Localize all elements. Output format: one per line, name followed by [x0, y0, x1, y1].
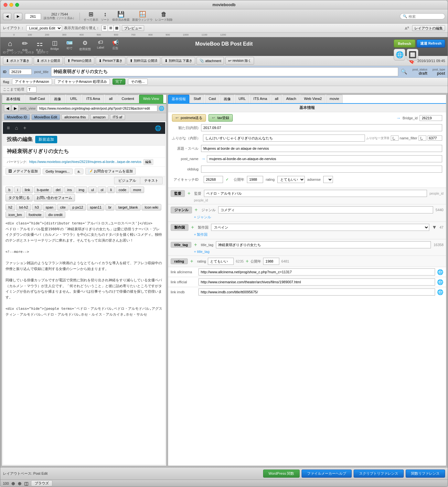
movieboo-edit-button[interactable]: MovieBoo Edit	[31, 114, 60, 120]
globe-button-2[interactable]: 🔲	[407, 49, 418, 60]
special-draft-button[interactable]: ⬇ 別枠日誌 下書き	[162, 57, 195, 65]
btn-br[interactable]: br	[105, 204, 114, 211]
tab-web-view[interactable]: Web View	[139, 95, 163, 103]
btn-b[interactable]: b	[5, 187, 13, 193]
permalink-edit-button[interactable]: 編集	[144, 159, 153, 165]
genre-add-link[interactable]: + ジャンル	[194, 215, 211, 219]
edit-layout-button[interactable]: レイアウトの編集	[412, 25, 445, 31]
btn-del[interactable]: del	[53, 187, 63, 193]
btn-close-tag[interactable]: タグを閉じる	[5, 194, 33, 201]
btn-contact[interactable]: お問い合わせフォーム	[34, 194, 75, 201]
rating-value-input[interactable]	[208, 258, 234, 265]
contact-form-button[interactable]: 📝 お問合せフォームを追加	[85, 168, 136, 175]
func-ref-button[interactable]: 関数リファレンス	[406, 470, 445, 478]
director-plus-icon[interactable]: +	[187, 190, 190, 196]
getty-button[interactable]: Getty Images...	[43, 168, 73, 174]
right-tab-basic[interactable]: 基本情報	[168, 95, 189, 103]
post-public-button[interactable]: ⬇ ポスト公開済	[34, 57, 63, 65]
right-tab-webview2[interactable]: Web View2	[300, 95, 325, 103]
furigana-input[interactable]	[203, 135, 365, 142]
btn-span[interactable]: span	[43, 204, 56, 211]
flag-amazon-done-tab[interactable]: アイキャッチAmazon 処理済み	[55, 79, 110, 85]
flag-completed-tab[interactable]: 完了	[112, 79, 125, 85]
bridge-id-input[interactable]	[420, 115, 442, 121]
oldslug-input[interactable]	[201, 166, 442, 173]
btn-bquote[interactable]: b-quote	[34, 187, 52, 193]
btn-ppx12[interactable]: p px12	[69, 204, 86, 211]
search-input[interactable]	[409, 15, 442, 18]
search-box[interactable]: 🔍	[400, 13, 445, 19]
script-ref-button[interactable]: スクリプトリファレンス	[354, 470, 404, 478]
link-imdb-input[interactable]	[198, 288, 435, 296]
preview-view-btn[interactable]: ▦	[114, 25, 120, 31]
tool-label[interactable]: 🏷 Label	[93, 38, 108, 50]
revision-button[interactable]: ↩ revision 除く	[225, 57, 254, 65]
refresh-button[interactable]: Refresh	[394, 39, 415, 48]
post-title-input[interactable]: 神経衰弱ぎりぎりの女たち	[51, 67, 398, 76]
web-back-button[interactable]: ◀	[4, 105, 11, 112]
wp-func-button[interactable]: WordPress 関数	[263, 470, 300, 478]
rating-select[interactable]: とてもいい	[277, 176, 305, 183]
btn-div-credit[interactable]: div credit	[45, 211, 65, 218]
country-select[interactable]: スペイン	[211, 224, 429, 231]
btn-i[interactable]: i	[14, 187, 21, 193]
allcinema-button[interactable]: allcinema this	[61, 114, 89, 120]
wp-new-post-button[interactable]: 新規追加	[35, 136, 57, 143]
tab-basic-info[interactable]: 基本情報	[2, 95, 25, 103]
year-input[interactable]	[247, 176, 263, 183]
adsense-select[interactable]	[323, 176, 333, 183]
wp-plus-icon[interactable]: +	[23, 125, 26, 131]
title-tag-plus-icon[interactable]: +	[194, 242, 197, 248]
visual-tab[interactable]: ビジュアル	[114, 177, 140, 184]
year-section-input[interactable]	[263, 258, 279, 265]
here-input[interactable]	[27, 87, 37, 92]
post-name-input[interactable]	[207, 155, 442, 162]
btn-icon-bm[interactable]: icon_bm	[5, 211, 25, 218]
id-input[interactable]: 26219	[9, 69, 32, 75]
layout-icon[interactable]: ◫	[24, 481, 28, 486]
btn-target-blank[interactable]: target_blank	[115, 204, 141, 211]
table-view-btn[interactable]: ⊞	[108, 25, 114, 31]
right-tab-image[interactable]: 画像	[220, 95, 234, 103]
btn-span11[interactable]: span11	[87, 204, 104, 211]
right-tab-all[interactable]: all	[271, 95, 282, 103]
a-button[interactable]: a.	[75, 168, 83, 174]
its-af-button[interactable]: ITS af	[110, 114, 125, 120]
amazon-button[interactable]: amazon	[90, 114, 109, 120]
minimize-button[interactable]	[9, 3, 13, 7]
mode-id[interactable]: IDで	[3, 50, 9, 55]
btn-h2[interactable]: h2	[5, 204, 15, 211]
quick-refresh-button[interactable]: 速達 Refresh	[417, 39, 445, 48]
delete-record-button[interactable]: 🗑 レコード削除	[155, 11, 173, 22]
right-tab-cast[interactable]: Cast	[205, 95, 219, 103]
right-tab-staff[interactable]: Staff	[190, 95, 204, 103]
tool-usage[interactable]: ⚙ 使用状態	[77, 38, 93, 52]
btn-ins[interactable]: ins	[64, 187, 75, 193]
name-filter-id-input[interactable]	[428, 135, 442, 141]
special-public-button[interactable]: ⬆ 別枠日誌 公開済	[127, 57, 160, 65]
record-number-input[interactable]: 261	[25, 13, 41, 20]
btn-footnote[interactable]: footnote	[26, 211, 45, 218]
btn-ul[interactable]: ul	[88, 187, 97, 193]
flag-other-tab[interactable]: その他...	[128, 79, 147, 85]
preview-button[interactable]: プレビュー	[122, 25, 144, 31]
tab-image[interactable]: 画像	[50, 95, 65, 103]
tab-all[interactable]: all	[105, 95, 117, 103]
flag-amazon-tab[interactable]: アイキャッチAmazon	[12, 79, 52, 85]
btn-h3[interactable]: h3	[32, 204, 42, 211]
genre-input[interactable]	[218, 206, 433, 213]
person-draft-button[interactable]: ⬇ Person下書き	[96, 57, 126, 65]
tab-staff-cast[interactable]: Staff Cast	[25, 95, 49, 103]
country-plus-icon[interactable]: +	[191, 224, 194, 230]
btn-cite[interactable]: cite	[57, 204, 69, 211]
btn-txth2[interactable]: txt-h2	[16, 204, 31, 211]
mode-selected[interactable]: 選択中で	[37, 50, 48, 55]
post-draft-button[interactable]: ⬇ ポスト下書き	[3, 57, 32, 65]
right-tab-its-ama[interactable]: ITS Ama	[250, 95, 271, 103]
furigana-sub-input[interactable]	[391, 135, 399, 141]
browse-button[interactable]: ブラウズ	[31, 480, 52, 486]
eyecatch-id-input[interactable]	[204, 176, 223, 183]
name-filter-input[interactable]	[419, 135, 426, 141]
btn-code[interactable]: code	[116, 187, 129, 193]
wp-menu-icon[interactable]: ≡	[7, 125, 10, 131]
